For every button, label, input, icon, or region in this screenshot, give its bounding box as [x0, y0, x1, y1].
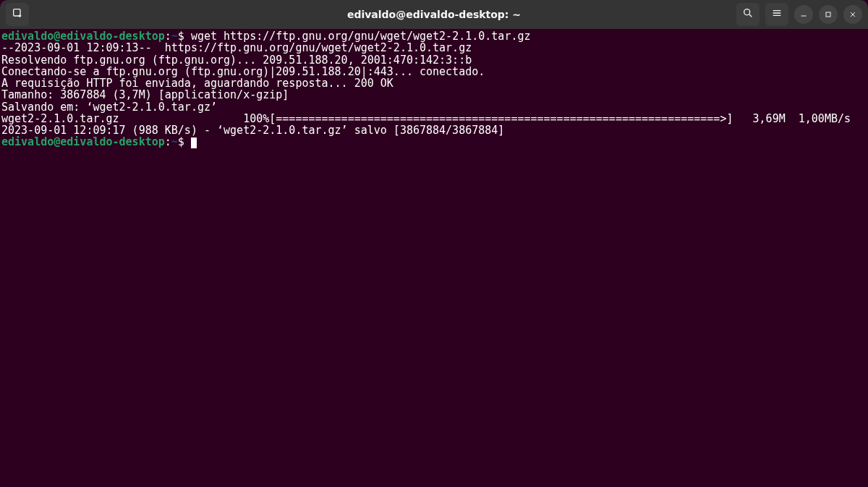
terminal-output-line: Salvando em: ‘wget2-2.1.0.tar.gz’ — [1, 101, 867, 113]
menu-button[interactable] — [765, 3, 788, 26]
new-tab-icon — [12, 7, 23, 22]
search-button[interactable] — [736, 3, 760, 26]
minimize-button[interactable] — [794, 5, 813, 24]
svg-rect-0 — [14, 9, 20, 16]
prompt-path: ~ — [171, 135, 178, 148]
svg-rect-9 — [826, 12, 830, 17]
window-headerbar: edivaldo@edivaldo-desktop: ~ — [0, 0, 868, 29]
terminal-prompt-line: edivaldo@edivaldo-desktop:~$ wget https:… — [1, 30, 867, 42]
terminal-output-line: A requisição HTTP foi enviada, aguardand… — [1, 77, 867, 89]
svg-point-3 — [744, 9, 750, 15]
maximize-button[interactable] — [819, 5, 838, 24]
svg-line-4 — [749, 14, 752, 17]
terminal-viewport[interactable]: edivaldo@edivaldo-desktop:~$ wget https:… — [0, 29, 868, 487]
terminal-output-line: Conectando-se a ftp.gnu.org (ftp.gnu.org… — [1, 66, 867, 77]
terminal-output-line: Tamanho: 3867884 (3,7M) [application/x-g… — [1, 89, 867, 101]
close-button[interactable] — [843, 5, 862, 24]
prompt-symbol: $ — [178, 135, 191, 148]
terminal-output-line: 2023-09-01 12:09:17 (988 KB/s) - ‘wget2-… — [1, 124, 867, 136]
new-tab-button[interactable] — [6, 3, 29, 26]
terminal-output-line: --2023-09-01 12:09:13-- https://ftp.gnu.… — [1, 42, 867, 54]
terminal-cursor — [191, 137, 197, 148]
hamburger-icon — [771, 7, 783, 22]
search-icon — [742, 7, 754, 22]
prompt-separator: : — [165, 135, 171, 148]
close-icon — [848, 8, 857, 22]
terminal-output-line: Resolvendo ftp.gnu.org (ftp.gnu.org)... … — [1, 54, 867, 66]
prompt-user-host: edivaldo@edivaldo-desktop — [1, 135, 165, 148]
terminal-prompt-line: edivaldo@edivaldo-desktop:~$ — [1, 136, 867, 148]
minimize-icon — [799, 8, 808, 22]
terminal-output-line: wget2-2.1.0.tar.gz 100%[================… — [1, 113, 867, 124]
maximize-icon — [824, 8, 833, 22]
